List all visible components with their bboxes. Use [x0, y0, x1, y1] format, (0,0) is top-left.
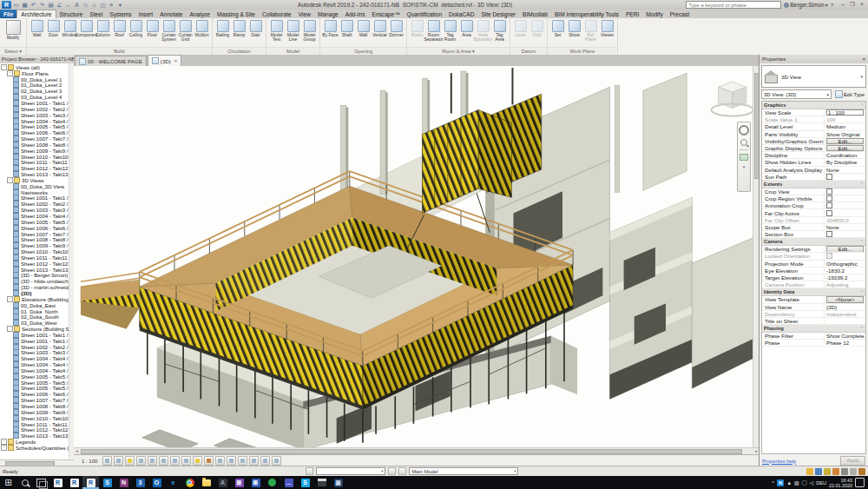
tool-mullion[interactable]: Mullion — [194, 19, 210, 37]
pin-icon[interactable] — [398, 467, 406, 475]
tree-item[interactable]: Sheet 1008 - Takt8 / Floor Plan — [0, 142, 69, 148]
print-icon[interactable]: ▤ — [47, 1, 55, 9]
show-crop-region-icon[interactable] — [170, 456, 180, 466]
tree-item[interactable]: Sheet 1006 - Takt6 / Section — [0, 391, 69, 397]
temporary-hide-isolate-icon[interactable] — [193, 456, 202, 466]
tool-tag-room[interactable]: Tag Room — [442, 19, 458, 43]
tree-item[interactable]: 01_Doka_North — [0, 308, 69, 314]
tool-shaft[interactable]: Shaft — [339, 19, 355, 37]
revit-app-3[interactable]: R — [82, 476, 99, 489]
editable-only-icon[interactable] — [832, 468, 839, 475]
tree-item[interactable]: 02_Doka_South — [0, 314, 69, 320]
tree-item[interactable]: Sheet 1013 - Takt13 / Floor P — [0, 171, 69, 177]
close-button[interactable]: × — [858, 1, 866, 9]
app-dark[interactable]: A — [214, 476, 231, 489]
tree-item[interactable]: 03_Doka_West — [0, 320, 69, 326]
tree-item[interactable]: Sheet 1010 - Takt10 / Floor P — [0, 154, 69, 160]
canvas-hscrollbar[interactable]: ◂ ▸ — [74, 447, 760, 454]
tree-item[interactable]: Sheet 1008 - Takt8 / 3D View — [0, 236, 69, 242]
tree-item[interactable]: Sheet 1005 - Takt5 / Section — [0, 386, 69, 392]
tree-item[interactable]: Sheet 1009 - Takt9 / Section — [0, 409, 69, 415]
tree-item[interactable]: 00_Doka_East — [0, 302, 69, 308]
tool-model-group[interactable]: Model Group — [301, 19, 318, 43]
tree-item[interactable]: Sheet 1005 - Takt5 / 3D View — [0, 219, 69, 225]
tool-floor[interactable]: Floor — [144, 19, 161, 37]
text-icon[interactable]: A — [73, 1, 81, 9]
tree-item[interactable]: Sheet 1004 - Takt4 / Section — [0, 367, 69, 373]
active-only-icon[interactable] — [824, 468, 831, 475]
more-icon[interactable] — [272, 456, 281, 466]
tree-item[interactable]: Navisworks — [0, 189, 69, 195]
tree-item[interactable]: {3D - martin.schneider.doka} — [0, 284, 69, 290]
section-header-camera[interactable]: Camera⌃ — [762, 238, 865, 246]
ribbon-tab-massing-site[interactable]: Massing & Site — [214, 10, 259, 18]
unlocked-view-icon[interactable] — [181, 456, 191, 466]
tree-item[interactable]: Sheet 1005 - Takt5 / Section — [0, 373, 69, 380]
property-value[interactable]: Edit... — [825, 138, 865, 144]
tree-item[interactable]: Sheet 1011 - Takt11 / 3D View — [0, 254, 69, 261]
internet-explorer-app[interactable]: e — [165, 476, 181, 489]
expand-icon[interactable]: - — [7, 326, 13, 332]
ribbon-tab-modify[interactable]: Modify — [642, 10, 666, 18]
action-center-icon[interactable] — [855, 478, 865, 487]
steering-wheel-icon[interactable] — [739, 125, 749, 135]
tree-item[interactable]: -Legends — [0, 439, 69, 445]
property-value[interactable] — [825, 231, 865, 237]
ribbon-tab-steel[interactable]: Steel — [86, 10, 106, 18]
help-menu[interactable]: ? — [831, 3, 833, 8]
section-header-phasing[interactable]: Phasing⌃ — [762, 325, 865, 333]
crop-view-icon[interactable] — [159, 456, 168, 466]
tool-dormer[interactable]: Dormer — [388, 19, 404, 37]
tree-item[interactable]: Sheet 1001 - Takt1 / Floor Plan — [0, 100, 69, 106]
drawing-canvas[interactable]: ▾ — [74, 66, 760, 447]
tool-room-separator[interactable]: Room Separator — [425, 19, 442, 43]
section-header-graphics[interactable]: Graphics⌃ — [762, 102, 865, 109]
tray-app-blue[interactable]: N — [777, 479, 784, 486]
tree-item[interactable]: {3D - Berger.Simon} — [0, 273, 69, 279]
scrollbar-thumb[interactable] — [81, 449, 742, 454]
tree-item[interactable]: -Sections (Building Section) — [0, 326, 69, 332]
ribbon-tab-analyze[interactable]: Analyze — [187, 10, 214, 18]
tree-item[interactable]: Sheet 1002 - Takt2 / Section — [0, 344, 69, 350]
tree-item[interactable]: 03_Doka_Level 4 — [0, 94, 69, 100]
minimize-button[interactable]: – — [838, 1, 847, 9]
tree-item[interactable]: Sheet 1002 - Takt2 / 3D View — [0, 201, 69, 207]
temporary-view-properties-icon[interactable] — [215, 456, 225, 466]
tree-item[interactable]: -Schedules/Quantities (all) — [0, 445, 69, 451]
tree-item[interactable]: Sheet 1006 - Takt6 / 3D View — [0, 225, 69, 231]
ribbon-tab-quantification[interactable]: Quantification — [404, 10, 445, 18]
select-pinned-icon[interactable] — [850, 468, 857, 475]
search-button[interactable] — [16, 476, 33, 489]
tree-item[interactable]: Sheet 1004 - Takt4 / Floor Plan — [0, 118, 69, 124]
tree-item[interactable]: Sheet 1003 - Takt3 / 3D View — [0, 207, 69, 213]
app-grid-purple[interactable]: ⊞ — [231, 476, 247, 489]
volume-icon[interactable]: ◁ — [810, 479, 814, 487]
property-value[interactable] — [825, 202, 865, 208]
tree-item[interactable]: Sheet 1011 - Takt11 / Floor P — [0, 160, 69, 166]
tree-item[interactable]: Sheet 1001 - Takt1 / 3D View — [0, 195, 69, 202]
expand-icon[interactable]: - — [7, 177, 13, 183]
start-button[interactable]: ⊞ — [0, 476, 16, 489]
tree-item[interactable]: Sheet 1001 - Takt1 / Section — [0, 332, 69, 338]
tree-item[interactable]: Sheet 1005 - Takt5 / Floor Plan — [0, 123, 69, 129]
property-value[interactable]: <None> — [825, 296, 865, 302]
zoom-icon[interactable] — [740, 139, 747, 146]
tray-folder-icon[interactable]: ▨ — [794, 479, 799, 487]
tree-item[interactable]: Sheet 1009 - Takt9 / 3D View — [0, 242, 69, 248]
tool-railing[interactable]: Railing — [214, 19, 231, 37]
tool-component[interactable]: Component — [78, 19, 95, 37]
tree-item[interactable]: Sheet 1013 - Takt13 / Section — [0, 433, 69, 439]
tree-item[interactable]: -Views (all) — [0, 64, 69, 70]
onenote-app[interactable]: N — [115, 476, 132, 489]
tree-item[interactable]: Sheet 1007 - Takt7 / Section — [0, 397, 69, 403]
close-icon[interactable]: × — [862, 56, 865, 62]
revit-app-2[interactable]: R — [66, 476, 82, 489]
tool-viewer[interactable]: Viewer — [599, 19, 615, 37]
chat-app[interactable]: … — [280, 476, 297, 489]
language-indicator[interactable]: DEU — [816, 480, 826, 486]
checkbox[interactable] — [826, 210, 832, 216]
select-links-icon[interactable] — [841, 468, 848, 475]
ribbon-tab-peri[interactable]: PERI — [622, 10, 642, 18]
signed-in-user[interactable]: Berger.Simon ▾ — [784, 2, 827, 8]
camtasia-app[interactable] — [313, 476, 330, 489]
